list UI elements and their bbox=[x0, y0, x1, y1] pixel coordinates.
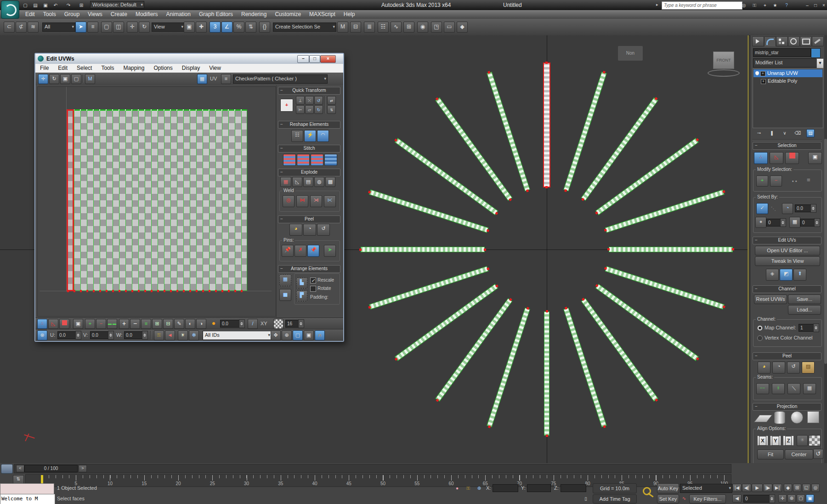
planar-angle-spinner[interactable] bbox=[810, 204, 816, 213]
edge-mode-button[interactable]: ◺ bbox=[770, 152, 783, 164]
menu-item[interactable]: Views bbox=[84, 10, 107, 19]
scrollbar-thumb[interactable] bbox=[824, 139, 827, 364]
schematic-view-button[interactable]: ⊞ bbox=[403, 22, 414, 33]
key-filters-button[interactable]: Key Filters... bbox=[689, 494, 726, 504]
percent-snap-toggle[interactable]: % bbox=[233, 22, 244, 33]
stitch-custom-icon[interactable] bbox=[283, 154, 296, 166]
field-of-view-icon[interactable]: ◱ bbox=[802, 484, 810, 492]
rollout-arrange[interactable]: Arrange Elements bbox=[278, 265, 340, 273]
expand-icon[interactable]: + bbox=[761, 79, 766, 84]
menu-item[interactable]: MAXScript bbox=[305, 10, 340, 19]
point-to-point-seam-icon[interactable]: ╌╌ bbox=[756, 383, 769, 394]
remove-modifier-icon[interactable]: ⌫ bbox=[793, 129, 802, 137]
zoom-region-view-icon[interactable]: ▢ bbox=[797, 494, 805, 503]
zoom-icon[interactable]: ⊕ bbox=[282, 330, 292, 340]
frame-spinner[interactable] bbox=[769, 494, 775, 503]
cylindrical-map-icon[interactable] bbox=[774, 411, 785, 424]
uv-rotate-button[interactable]: ↻ bbox=[49, 74, 59, 84]
tab-utilities[interactable] bbox=[812, 36, 824, 46]
grow-selection-icon[interactable]: + bbox=[85, 319, 95, 329]
open-uv-editor-button[interactable]: Open UV Editor ... bbox=[755, 246, 820, 255]
uv-strip-selected[interactable] bbox=[543, 62, 550, 187]
dialog-minimize-button[interactable]: – bbox=[297, 55, 309, 63]
stack-item-unwrap-uvw[interactable]: +Unwrap UVW bbox=[753, 69, 822, 77]
rollout-quick-transform[interactable]: Quick Transform bbox=[278, 87, 340, 95]
uv-checker-layout[interactable] bbox=[67, 110, 247, 291]
pack-tight-icon[interactable]: ▛ bbox=[296, 290, 307, 301]
dialog-menu-item[interactable]: View bbox=[204, 64, 226, 73]
convert-seam-icon[interactable]: ＼ bbox=[787, 383, 800, 394]
uv-vertex-mode-button[interactable]: ∴ bbox=[37, 319, 47, 329]
menu-item[interactable]: Customize bbox=[271, 10, 305, 19]
snap-toggle-3d[interactable]: 3 bbox=[210, 22, 221, 33]
graph-editors-button[interactable]: ☷ bbox=[378, 22, 389, 33]
reset-projection-icon[interactable]: ↺ bbox=[813, 449, 823, 459]
material-id-icon[interactable]: ▦ bbox=[789, 217, 800, 228]
menu-item[interactable]: Help bbox=[340, 10, 359, 19]
soft-selection-value[interactable]: 0.0 bbox=[220, 320, 240, 328]
tweak-in-view-button[interactable]: Tweak In View bbox=[755, 256, 820, 266]
preview-gizmo-icon[interactable]: ⬆ bbox=[793, 269, 806, 281]
key-filters-curve-icon[interactable]: ∿ bbox=[680, 494, 688, 503]
absolute-typein-button[interactable]: + bbox=[280, 99, 293, 112]
angle-snap-toggle[interactable]: ∠ bbox=[221, 22, 232, 33]
align-v-icon[interactable]: ⊢ bbox=[296, 105, 305, 114]
ring-grow-icon[interactable]: ⊞ bbox=[152, 319, 162, 329]
u-field[interactable]: 0.0 bbox=[57, 331, 77, 339]
show-end-result-icon[interactable]: ❚ bbox=[768, 129, 776, 137]
edge-sel-to-seam-icon[interactable]: ⸽⸽ bbox=[772, 383, 785, 394]
favorites-star-icon[interactable]: ★ bbox=[771, 1, 779, 10]
render-setup-button[interactable]: ◳ bbox=[431, 22, 442, 33]
application-logo-icon[interactable] bbox=[1, 0, 19, 19]
dialog-menu-item[interactable]: File bbox=[35, 64, 53, 73]
set-keys-big-icon[interactable] bbox=[641, 484, 655, 504]
close-button[interactable]: × bbox=[820, 1, 827, 10]
align-y-button[interactable]: Y bbox=[770, 436, 781, 446]
pin-stack-icon[interactable]: ⊸ bbox=[755, 129, 763, 137]
time-tag-icon[interactable]: ▯ bbox=[582, 495, 590, 503]
menu-item[interactable]: Group bbox=[60, 10, 84, 19]
edit-uvws-titlebar[interactable]: Edit UVWs – □ × bbox=[35, 54, 343, 64]
workspace-dropdown[interactable]: Workspace: Default▾ bbox=[90, 1, 144, 8]
rollout-explode[interactable]: Explode bbox=[278, 169, 340, 176]
shrink-selection-icon[interactable]: − bbox=[96, 319, 106, 329]
map-channel-value[interactable]: 1 bbox=[799, 324, 815, 332]
rescale-checkbox[interactable]: ✓ bbox=[310, 277, 316, 283]
zoom-view-icon[interactable]: ⊕ bbox=[787, 494, 796, 503]
zoom-extents-all-icon[interactable]: ⊞ bbox=[793, 484, 801, 492]
u-spinner[interactable] bbox=[75, 331, 81, 340]
modifier-stack[interactable]: +Unwrap UVW +Editable Poly bbox=[753, 68, 823, 128]
uv-strip[interactable] bbox=[609, 247, 733, 252]
quick-transform-icon[interactable]: ◈ bbox=[766, 269, 779, 281]
x-coord-field[interactable] bbox=[493, 484, 518, 492]
use-pivot-center-button[interactable]: ✚ bbox=[196, 22, 207, 33]
show-edge-distortion-icon[interactable]: ◩ bbox=[780, 269, 793, 281]
communication-key-icon[interactable]: ⚿ bbox=[750, 1, 759, 10]
go-start-button[interactable]: |◀ bbox=[732, 484, 742, 492]
material-id-spinner[interactable] bbox=[814, 218, 820, 227]
reset-peel-icon[interactable]: ↺ bbox=[317, 224, 330, 236]
uv-strip[interactable] bbox=[361, 247, 485, 252]
tab-create[interactable] bbox=[752, 36, 764, 46]
pelt-map-icon[interactable]: ▨ bbox=[802, 362, 815, 374]
load-button[interactable]: Load... bbox=[788, 305, 821, 315]
rollout-edit-uvs[interactable]: Edit UVs bbox=[753, 237, 821, 244]
save-button[interactable]: Save... bbox=[788, 294, 821, 304]
menu-item[interactable]: Animation bbox=[162, 10, 195, 19]
smoothing-group-value[interactable]: 0 bbox=[766, 219, 782, 227]
menu-item[interactable]: Graph Editors bbox=[195, 10, 237, 19]
mirror-button[interactable]: M bbox=[337, 22, 348, 33]
viewcube-ring[interactable] bbox=[708, 69, 740, 77]
z-coord-field[interactable] bbox=[561, 484, 586, 492]
pan-icon[interactable]: ✥ bbox=[271, 330, 281, 340]
peel-mode-icon[interactable]: ◔ bbox=[772, 362, 785, 374]
element-toggle[interactable]: ▣ bbox=[808, 152, 822, 164]
material-id-value[interactable]: 0 bbox=[800, 219, 816, 227]
play-button[interactable]: ▶ bbox=[752, 484, 763, 492]
uv-freeform-button[interactable]: ▢ bbox=[71, 74, 81, 84]
go-end-button[interactable]: ▶| bbox=[773, 484, 782, 492]
menu-item[interactable]: Rendering bbox=[237, 10, 271, 19]
window-crossing-toggle[interactable]: ◫ bbox=[113, 22, 124, 33]
fit-button[interactable]: Fit bbox=[757, 449, 784, 459]
expand-icon[interactable]: + bbox=[760, 71, 765, 76]
